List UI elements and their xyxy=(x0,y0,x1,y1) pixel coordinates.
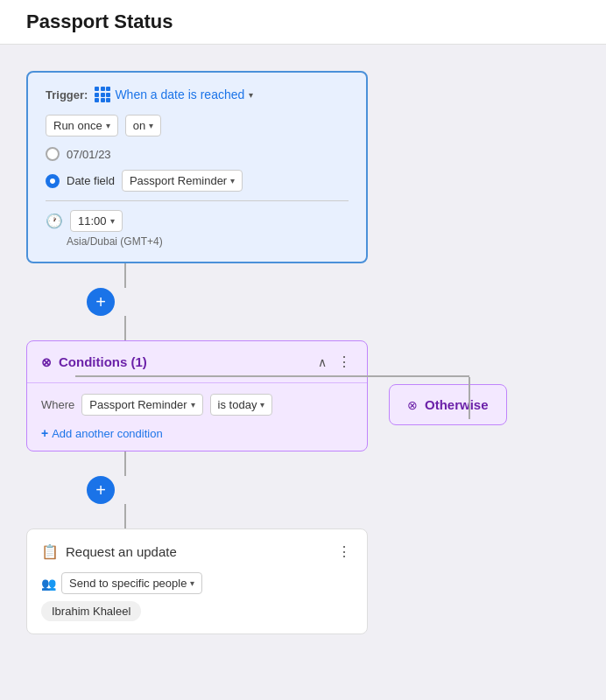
conditions-body: Where Passport Reminder ▾ is today ▾ + A… xyxy=(27,382,367,451)
action-menu-button[interactable]: ⋮ xyxy=(335,542,353,562)
trigger-type-label: When a date is reached xyxy=(115,88,244,102)
run-once-label: Run once xyxy=(53,119,102,132)
date-field-dropdown[interactable]: Passport Reminder ▾ xyxy=(122,170,243,192)
condition-operator-value: is today xyxy=(218,398,257,411)
people-icon: 👥 xyxy=(41,577,56,591)
conditions-title: ⊗ Conditions (1) xyxy=(41,354,147,369)
otherwise-wrapper: ⊗ Otherwise xyxy=(389,340,507,425)
page-title: Passport Status xyxy=(26,10,580,33)
collapse-button[interactable]: ∧ xyxy=(316,354,328,371)
main-content: Trigger: When a date is reached ▾ Run on… xyxy=(0,45,606,661)
where-row: Where Passport Reminder ▾ is today ▾ xyxy=(41,394,353,416)
connector-top xyxy=(124,263,126,288)
plus-icon-1: + xyxy=(95,293,106,311)
trigger-chevron-icon: ▾ xyxy=(249,90,253,100)
otherwise-card[interactable]: ⊗ Otherwise xyxy=(389,384,507,425)
date-field-chevron-icon: ▾ xyxy=(230,176,235,186)
date-field-row: Date field Passport Reminder ▾ xyxy=(46,170,349,192)
branch-row: ⊗ Conditions (1) ∧ ⋮ Where Passport Remi… xyxy=(26,340,507,452)
condition-operator-chevron-icon: ▾ xyxy=(260,400,264,410)
conditions-title-text: Conditions (1) xyxy=(59,354,147,369)
time-value: 11:00 xyxy=(78,214,107,228)
filter-icon: ⊗ xyxy=(41,355,52,369)
grid-icon xyxy=(95,87,110,102)
date-field-label: Date field xyxy=(67,174,115,187)
trigger-type-button[interactable]: When a date is reached ▾ xyxy=(95,87,253,102)
action-title: 📋 Request an update xyxy=(41,543,177,560)
connector-bot-mid xyxy=(124,504,126,528)
page-header: Passport Status xyxy=(0,0,606,45)
otherwise-title: Otherwise xyxy=(425,397,489,412)
time-row: 🕐 11:00 ▾ xyxy=(46,210,349,232)
add-step-button-2[interactable]: + xyxy=(87,476,115,504)
timezone-label: Asia/Dubai (GMT+4) xyxy=(67,235,349,248)
condition-field-chevron-icon: ▾ xyxy=(191,400,195,410)
action-icon: 📋 xyxy=(41,543,59,560)
send-to-chevron-icon: ▾ xyxy=(190,578,194,588)
manual-date-row: 07/01/23 xyxy=(46,147,349,161)
run-once-chevron-icon: ▾ xyxy=(106,121,110,130)
time-dropdown[interactable]: 11:00 ▾ xyxy=(70,210,123,232)
add-step-button-1[interactable]: + xyxy=(87,288,115,316)
manual-date-radio[interactable] xyxy=(46,147,60,161)
otherwise-filter-icon: ⊗ xyxy=(407,398,418,412)
clock-icon: 🕐 xyxy=(46,213,63,229)
run-once-dropdown[interactable]: Run once ▾ xyxy=(46,115,118,136)
plus-icon-2: + xyxy=(95,481,106,499)
add-condition-plus-icon: + xyxy=(41,426,48,440)
on-chevron-icon: ▾ xyxy=(149,121,153,130)
time-chevron-icon: ▾ xyxy=(110,216,115,226)
action-card: 📋 Request an update ⋮ 👥 Send to specific… xyxy=(26,528,368,634)
date-field-radio[interactable] xyxy=(46,174,60,188)
send-to-label: Send to specific people xyxy=(69,577,187,590)
date-field-value: Passport Reminder xyxy=(130,174,227,187)
condition-operator-dropdown[interactable]: is today ▾ xyxy=(210,394,273,416)
connector-bot-top xyxy=(124,452,126,476)
conditions-menu-button[interactable]: ⋮ xyxy=(335,352,353,372)
where-label: Where xyxy=(41,398,74,411)
action-title-text: Request an update xyxy=(66,544,177,559)
person-chip-wrapper: Ibrahim Khaleel xyxy=(41,601,353,621)
person-chip[interactable]: Ibrahim Khaleel xyxy=(41,601,141,621)
on-dropdown[interactable]: on ▾ xyxy=(125,115,161,136)
add-condition-button[interactable]: + Add another condition xyxy=(41,426,353,440)
on-label: on xyxy=(133,119,145,132)
trigger-header: Trigger: When a date is reached ▾ xyxy=(46,87,349,102)
conditions-card: ⊗ Conditions (1) ∧ ⋮ Where Passport Remi… xyxy=(26,340,368,452)
run-once-row: Run once ▾ on ▾ xyxy=(46,115,349,136)
condition-field-dropdown[interactable]: Passport Reminder ▾ xyxy=(81,394,202,416)
add-condition-label: Add another condition xyxy=(52,427,162,440)
trigger-label: Trigger: xyxy=(46,88,88,102)
send-to-row: 👥 Send to specific people ▾ xyxy=(41,572,353,594)
horizontal-connector xyxy=(75,375,469,377)
action-header: 📋 Request an update ⋮ xyxy=(41,542,353,562)
connector-mid xyxy=(124,316,126,340)
trigger-card: Trigger: When a date is reached ▾ Run on… xyxy=(26,71,368,263)
otherwise-spacer xyxy=(389,340,507,384)
trigger-divider xyxy=(46,200,349,201)
send-to-dropdown[interactable]: Send to specific people ▾ xyxy=(61,572,202,594)
manual-date-value: 07/01/23 xyxy=(67,148,111,161)
vertical-connector-otherwise xyxy=(469,377,470,419)
condition-field-value: Passport Reminder xyxy=(89,398,187,411)
conditions-actions: ∧ ⋮ xyxy=(316,352,353,372)
